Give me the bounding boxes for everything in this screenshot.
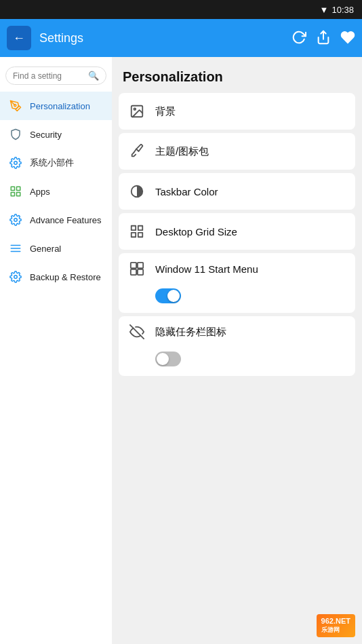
svg-rect-23 [138,269,143,275]
setting-background[interactable]: 背景 [119,93,355,130]
main-content: 🔍 Personalization Security [0,57,362,644]
sidebar-widgets-label: 系统小部件 [30,157,74,169]
win11-icon [128,260,146,278]
taskbarcolor-icon [128,183,146,200]
sidebar-general-label: General [30,244,61,254]
general-icon [8,241,23,256]
wifi-icon: ▼ [320,5,329,15]
setting-theme[interactable]: 主题/图标包 [119,133,355,170]
svg-rect-22 [131,269,136,275]
cog-icon [8,155,23,170]
setting-theme-label: 主题/图标包 [155,145,209,158]
sidebar: 🔍 Personalization Security [0,57,112,644]
hidetaskbar-toggle[interactable] [155,352,181,366]
favorite-icon[interactable] [340,30,355,47]
sidebar-item-general[interactable]: General [0,234,112,263]
hidetaskbar-row: 隐藏任务栏图标 [128,323,346,341]
svg-rect-3 [11,187,14,190]
share-icon[interactable] [316,30,331,47]
sidebar-item-personalization[interactable]: Personalization [0,92,112,120]
sidebar-item-widgets[interactable]: 系统小部件 [0,149,112,177]
svg-rect-6 [11,193,14,196]
hidetaskbar-toggle-knob [157,353,169,365]
settings-title: Settings [39,31,283,45]
sidebar-advance-label: Advance Features [30,215,102,225]
sidebar-personalization-label: Personalization [30,101,90,111]
search-icon: 🔍 [88,71,99,81]
sidebar-item-security[interactable]: Security [0,120,112,149]
win11menu-toggle-row [128,288,181,306]
refresh-icon[interactable] [291,30,306,47]
right-panel: Personalization 背景 [112,57,362,644]
setting-taskbarcolor[interactable]: Taskbar Color [119,173,355,210]
watermark-text: 962.NET [321,617,350,625]
status-time: 10:38 [331,5,354,15]
svg-point-13 [134,108,136,110]
win11menu-toggle[interactable] [155,288,181,303]
top-actions [291,30,355,47]
search-input[interactable] [13,71,85,81]
svg-rect-21 [138,263,143,268]
sidebar-item-advance[interactable]: Advance Features [0,206,112,234]
svg-rect-19 [138,233,142,237]
setting-taskbarcolor-label: Taskbar Color [155,186,218,197]
watermark-subtext: 乐游网 [321,626,340,633]
setting-hidetaskbar[interactable]: 隐藏任务栏图标 [119,316,355,376]
top-bar: ← Settings [0,19,362,57]
win11menu-toggle-knob [167,290,180,302]
setting-desktopgrid[interactable]: Desktop Grid Size [119,213,355,250]
brush-icon [128,143,146,160]
svg-rect-20 [131,263,136,268]
svg-point-1 [14,105,16,107]
image-icon [128,102,146,120]
apps-icon [8,184,23,199]
back-button[interactable]: ← [7,26,31,50]
panel-title: Personalization [112,57,362,93]
sidebar-item-backup[interactable]: Backup & Restore [0,263,112,291]
svg-point-7 [14,219,18,222]
search-box[interactable]: 🔍 [5,67,106,85]
win11menu-row: Window 11 Start Menu [128,260,346,278]
svg-rect-17 [138,226,142,230]
advance-icon [8,212,23,227]
status-icons: ▼ 10:38 [320,5,354,15]
svg-point-2 [14,162,18,165]
svg-rect-16 [132,226,136,230]
setting-hidetaskbar-label: 隐藏任务栏图标 [155,326,226,339]
back-arrow-icon: ← [13,31,25,45]
svg-rect-4 [17,187,20,190]
setting-desktopgrid-label: Desktop Grid Size [155,226,237,238]
paintbrush-icon [8,98,23,113]
setting-win11menu[interactable]: Window 11 Start Menu [119,253,355,313]
status-bar: ▼ 10:38 [0,0,362,19]
svg-rect-18 [132,233,136,237]
backup-icon [8,269,23,284]
sidebar-security-label: Security [30,130,62,140]
svg-rect-5 [17,193,20,196]
svg-point-11 [14,276,18,279]
watermark: 962.NET 乐游网 [317,614,355,637]
grid-icon [128,223,146,240]
shield-icon [8,127,23,142]
sidebar-item-apps[interactable]: Apps [0,177,112,206]
hide-icon [128,323,146,341]
settings-list: 背景 主题/图标包 [112,93,362,379]
sidebar-apps-label: Apps [30,187,50,197]
setting-win11menu-label: Window 11 Start Menu [155,263,258,275]
hidetaskbar-toggle-row [128,352,181,369]
svg-line-14 [134,149,136,153]
sidebar-backup-label: Backup & Restore [30,272,101,282]
setting-background-label: 背景 [155,105,176,118]
